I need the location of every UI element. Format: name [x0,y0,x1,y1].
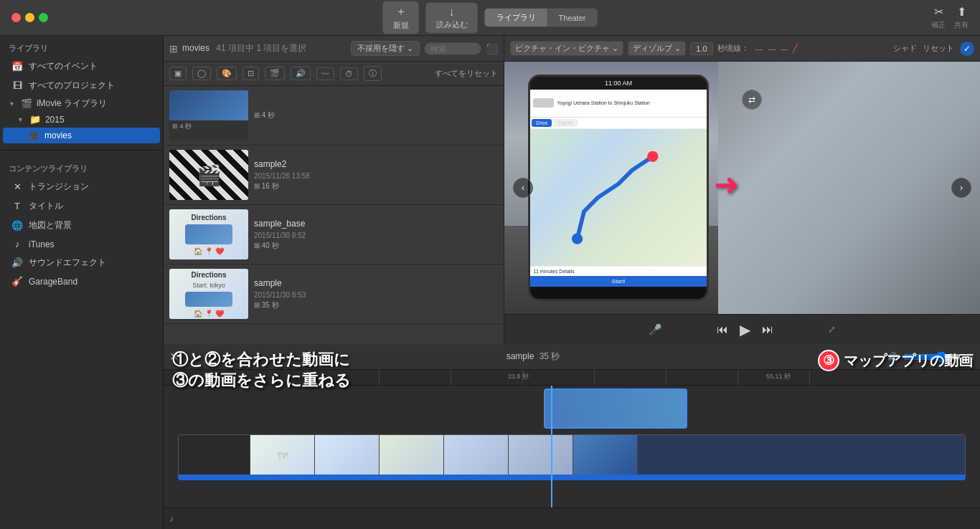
play-button[interactable]: ▶ [740,321,750,338]
clip-thumbnail: Directions 🏠 📍 ❤️ [169,209,248,259]
color-btn[interactable]: 🎨 [217,67,237,80]
crop-btn[interactable]: ⊡ [242,67,259,80]
clip-thumbnail: ⊞ 4 秒 [169,90,248,140]
rewind-button[interactable]: ⏮ [717,323,728,336]
main-clip-thumb-8 [638,435,965,478]
sound-effects-icon: 🔊 [11,257,23,268]
filter-button[interactable]: 不採用を隠す ⌄ [351,41,420,56]
duration-unit: 秒境線： [717,43,749,54]
ruler-mark [666,370,668,385]
browser-toolbar: ⊞ movies 41 項目中 1 項目を選択 不採用を隠す ⌄ ⬛ [164,36,504,62]
forward-button[interactable]: ⏭ [762,323,773,336]
duration-input[interactable] [690,42,713,55]
volume-slider[interactable] [903,351,961,363]
top-area: ⊞ movies 41 項目中 1 項目を選択 不採用を隠す ⌄ ⬛ [164,36,980,344]
reset-all-btn[interactable]: すべてをリセット [435,68,498,79]
info-btn[interactable]: ⓘ [364,66,382,81]
clip-duration: ⊞ 40 秒 [254,241,498,251]
search-input[interactable] [424,42,481,55]
preview-frame: ‹ ⇄ › 11:00 AM [504,62,980,314]
share-icon[interactable]: ⬆ 共有 [954,5,969,30]
new-button[interactable]: ＋ 新規 [382,1,420,34]
sidebar-item-all-events[interactable]: 📅 すべてのイベント [3,57,160,75]
preview-swap-btn[interactable]: ⇄ [742,90,762,110]
mic-button[interactable]: 🎤 [649,323,662,336]
sidebar-item-imovie-library[interactable]: ▼ 🎬 iMovie ライブラリ [0,95,163,112]
music-note-icon: ♪ [169,513,174,524]
library-mode-btn[interactable]: ライブラリ [485,9,547,27]
circle-view-btn[interactable]: ◯ [192,67,211,80]
calendar-icon: 📅 [11,61,23,72]
volume-btn[interactable]: 🔊 [291,67,311,80]
sidebar-item-all-projects[interactable]: 🎞 すべてのプロジェクト [3,77,160,95]
sidebar-item-sound-effects[interactable]: 🔊 サウンドエフェクト [3,254,160,272]
ruler-mark [594,370,596,385]
list-item[interactable]: ⊞ 4 秒 ⊞ 4 秒 [164,86,504,146]
stabilize-icon[interactable]: ✂ 補正 [931,5,946,30]
map-start-btn: Start! [530,276,707,287]
maximize-button[interactable] [39,13,48,22]
filmstrip-toggle-btn[interactable]: ⊞ [966,351,974,362]
sidebar: ライブラリ 📅 すべてのイベント 🎞 すべてのプロジェクト ▼ 🎬 iMovie… [0,36,164,529]
pip-phone: 11:00 AM Clear Yoyogi Uehara Station to … [528,75,709,302]
list-item[interactable]: Directions Start: tokyo 🏠 📍 ❤️ sample 20… [164,264,504,324]
speed-btn[interactable]: ⏱ [340,67,358,80]
map-content [530,129,707,266]
close-button[interactable] [11,13,21,22]
browser-right-icons: ⬛ [486,43,498,54]
main-clip-thumb-2: 🗺 [250,435,315,478]
list-item[interactable]: 🎬 sample2 2015/11/26 13:58 ⊞ 16 秒 [164,146,504,205]
preview-controls: 🎤 ⏮ ▶ ⏭ ⤢ [504,314,980,344]
timeline-header: ✕ sample 35 秒 🔊 ⊞ [164,344,980,370]
main-clip[interactable]: 🗺 [178,434,966,479]
noise-btn[interactable]: 〰 [316,67,334,80]
sidebar-item-transitions[interactable]: ✕ トランジション [3,178,160,196]
minimize-button[interactable] [25,13,34,22]
transit-tab: Transit [553,119,577,127]
movies-label: movies [44,130,72,140]
filmstrip-icon[interactable]: ⬛ [486,43,498,54]
preview-prev-btn[interactable]: ‹ [513,178,533,198]
preview-next-btn[interactable]: › [951,178,971,198]
overlay-clip-thumb [545,390,686,427]
transitions-label: トランジション [29,181,89,193]
fullscreen-button[interactable]: ⤢ [828,324,836,335]
clip-info: sample2 2015/11/26 13:58 ⊞ 16 秒 [254,159,498,191]
sidebar-item-titles[interactable]: T タイトル [3,197,160,215]
clip-list: ⊞ 4 秒 ⊞ 4 秒 🎬 sample2 2015/11/2 [164,86,504,344]
confirm-button[interactable]: ✓ [960,42,974,56]
sidebar-item-2015[interactable]: ▼ 📁 2015 [0,112,163,127]
main-area: ライブラリ 📅 すべてのイベント 🎞 すべてのプロジェクト ▼ 🎬 iMovie… [0,36,980,529]
collapse-arrow-2015: ▼ [17,116,24,123]
sidebar-item-itunes[interactable]: ♪ iTunes [3,236,160,252]
pip-selector[interactable]: ピクチャ・イン・ピクチャ ⌄ [510,41,623,56]
clip-info: ⊞ 4 秒 [254,110,498,120]
clip-duration-short: ⊞ 4 秒 [254,110,498,120]
overlay-clip[interactable] [544,389,687,429]
stabilize-btn[interactable]: 🎬 [265,67,285,80]
main-clip-thumb-5 [444,435,509,478]
ruler-mark [235,370,237,385]
sidebar-item-movies[interactable]: 🎥 movies [3,128,160,143]
list-item[interactable]: Directions 🏠 📍 ❤️ sample_base 2015/11/30… [164,205,504,264]
grid-view-icon[interactable]: ⊞ [169,43,178,54]
all-projects-label: すべてのプロジェクト [29,80,115,92]
reset-button[interactable]: リセット [923,43,954,54]
timeline-close-btn[interactable]: ✕ [169,350,179,363]
pip-chevron-icon: ⌄ [612,44,618,53]
titles-label: タイトル [29,200,63,212]
dissolve-selector[interactable]: ディゾルブ ⌄ [628,41,686,56]
viewer-tool-icons: ✂ 補正 ⬆ 共有 [931,5,969,30]
clip-name: sample_base [254,219,498,229]
theater-mode-btn[interactable]: Theater [547,9,598,27]
import-button[interactable]: ↓ 読み込む [425,2,479,34]
sidebar-item-maps[interactable]: 🌐 地図と背景 [3,216,160,234]
playhead[interactable] [551,386,552,507]
timeline-title: sample 35 秒 [184,351,882,363]
timeline-tracks: 🗺 [164,386,980,507]
sidebar-item-garageband[interactable]: 🎸 GarageBand [3,273,160,290]
preview-panel: ピクチャ・イン・ピクチャ ⌄ ディゾルブ ⌄ 秒境線： — — — ╱ [504,36,980,344]
folder-icon: 📁 [29,114,41,125]
fit-to-window-btn[interactable]: ▣ [169,67,187,80]
bottom-area: ①と②を合わせた動画に ③の動画をさらに重ねる ③ マップアプリの動画 ✕ sa… [164,344,980,529]
